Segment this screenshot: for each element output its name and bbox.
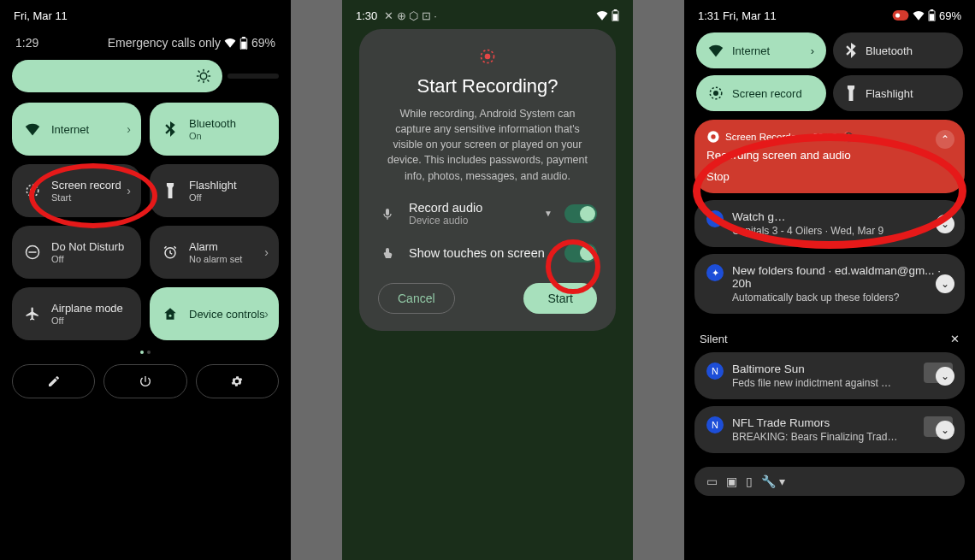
- status-right: Emergency calls only 69%: [108, 36, 275, 50]
- quick-settings-tiles: Internet › BluetoothOn Screen recordStar…: [0, 103, 291, 340]
- phone-2-record-dialog: Play StoreGmailPhotosYouTube 1:30 ✕ ⊕ ⬡ …: [342, 0, 633, 560]
- tile-subtitle: Off: [51, 254, 129, 264]
- record-icon: [378, 48, 597, 65]
- mic-icon: [378, 207, 397, 221]
- notification-title: New folders found · ed.waldman@gm... · 2…: [732, 264, 953, 290]
- tile-flashlight[interactable]: Flashlight: [833, 75, 963, 111]
- quick-settings-footer: [0, 359, 291, 404]
- silent-label: Silent: [700, 333, 728, 345]
- tile-subtitle: Off: [51, 315, 129, 326]
- svg-rect-41: [931, 9, 934, 11]
- quick-settings-tiles: Internet › Bluetooth Screen record Flash…: [684, 27, 975, 120]
- tile-title: Internet: [732, 44, 802, 57]
- expand-icon[interactable]: ⌄: [936, 274, 954, 293]
- notification-title: Watch g…: [732, 210, 953, 223]
- svg-rect-38: [893, 10, 909, 21]
- flashlight-icon: [845, 85, 857, 101]
- notification-body: Capitals 3 - 4 Oilers · Wed, Mar 9: [732, 225, 953, 237]
- battery-percent: 69%: [251, 36, 275, 50]
- status-time-date: 1:31 Fri, Mar 11: [698, 9, 777, 22]
- phone-3-notification-shade: 1:31 Fri, Mar 11 69% Internet › Bluetoot…: [684, 0, 975, 560]
- tile-do-not-disturb[interactable]: Do Not DisturbOff: [12, 226, 141, 279]
- screen-recorder-notification[interactable]: Screen Recorder · 00:08 🔕 Recording scre…: [694, 120, 965, 193]
- notification-title: Recording screen and audio: [706, 149, 953, 162]
- svg-point-39: [895, 13, 900, 17]
- network-status: Emergency calls only: [108, 36, 221, 50]
- screenshot-icon[interactable]: ▣: [726, 475, 737, 488]
- quick-actions-footer[interactable]: ▭ ▣ ▯ 🔧 ▾: [694, 467, 965, 496]
- show-touches-row[interactable]: Show touches on screen: [378, 244, 597, 262]
- notification-area: Screen Recorder · 00:08 🔕 Recording scre…: [684, 120, 975, 496]
- tile-bluetooth[interactable]: Bluetooth: [833, 32, 963, 68]
- tile-airplane-mode[interactable]: Airplane modeOff: [12, 287, 141, 340]
- tile-title: Flashlight: [189, 179, 267, 192]
- chevron-right-icon: ›: [127, 184, 131, 197]
- power-button[interactable]: [103, 364, 186, 398]
- notification-title: Baltimore Sun: [732, 363, 915, 375]
- tile-screen-record[interactable]: Screen record: [696, 75, 826, 111]
- tools-icon[interactable]: 🔧 ▾: [761, 475, 785, 488]
- notification-body: Feds file new indictment against …: [732, 377, 915, 389]
- row-subtitle: Device audio: [409, 215, 532, 227]
- wifi-icon: [913, 10, 925, 21]
- wifi-icon: [24, 121, 41, 138]
- record-audio-row[interactable]: Record audio Device audio ▼: [378, 201, 597, 227]
- toggle-show-touches[interactable]: [564, 244, 597, 262]
- silent-notification[interactable]: N NFL Trade Rumors BREAKING: Bears Final…: [694, 406, 965, 453]
- edit-button[interactable]: [12, 364, 95, 398]
- collapse-icon[interactable]: ⌃: [936, 130, 954, 149]
- tile-device-controls[interactable]: Device controls ›: [150, 287, 279, 340]
- tile-flashlight[interactable]: FlashlightOff: [150, 164, 279, 217]
- close-silent-icon[interactable]: ✕: [950, 333, 960, 345]
- tile-screen-record[interactable]: Screen recordStart ›: [12, 164, 141, 217]
- svg-point-13: [30, 188, 35, 193]
- history-icon[interactable]: ▭: [706, 475, 718, 488]
- dropdown-icon[interactable]: ▼: [544, 209, 552, 218]
- svg-point-3: [200, 73, 207, 80]
- status-bar: 1:31 Fri, Mar 11 69%: [684, 0, 975, 27]
- chevron-right-icon: ›: [264, 245, 269, 259]
- bluetooth-icon: [162, 121, 179, 138]
- svg-line-10: [208, 71, 209, 72]
- tile-title: Device controls: [189, 308, 267, 321]
- tile-alarm[interactable]: AlarmNo alarm set ›: [150, 226, 279, 279]
- wifi-icon: [224, 38, 236, 48]
- settings-button[interactable]: [196, 364, 279, 398]
- tile-subtitle: On: [189, 131, 267, 141]
- silent-notification[interactable]: N Baltimore Sun Feds file new indictment…: [694, 352, 965, 399]
- start-button[interactable]: Start: [523, 283, 597, 314]
- chevron-right-icon: ›: [127, 122, 131, 136]
- tile-title: Alarm: [189, 240, 267, 253]
- tile-internet[interactable]: Internet ›: [12, 103, 141, 156]
- stop-action[interactable]: Stop: [706, 170, 953, 183]
- notification-time: 00:08: [812, 132, 837, 142]
- airplane-icon: [24, 305, 41, 322]
- expand-icon[interactable]: ⌄: [936, 215, 954, 233]
- tile-subtitle: No alarm set: [189, 254, 267, 264]
- bluetooth-icon: [845, 43, 857, 58]
- tile-internet[interactable]: Internet ›: [696, 32, 826, 68]
- tile-title: Screen record: [732, 87, 814, 100]
- dialog-title: Start Recording?: [378, 75, 597, 97]
- tile-bluetooth[interactable]: BluetoothOn: [150, 103, 279, 156]
- row-title: Show touches on screen: [409, 246, 552, 260]
- chevron-right-icon: ›: [264, 307, 269, 321]
- notification[interactable]: ✦ New folders found · ed.waldman@gm... ·…: [694, 254, 965, 314]
- toggle-record-audio[interactable]: [564, 204, 597, 223]
- brightness-slider[interactable]: [0, 60, 291, 103]
- expand-icon[interactable]: ⌄: [936, 367, 954, 386]
- touch-icon: [378, 246, 397, 260]
- battery-icon: [928, 9, 936, 21]
- tile-title: Airplane mode: [51, 302, 129, 315]
- sub-status-bar: 1:29 Emergency calls only 69%: [0, 27, 291, 60]
- svg-rect-2: [241, 41, 246, 48]
- recording-indicator-icon: [892, 10, 909, 21]
- dialog-overlay: Start Recording? While recording, Androi…: [342, 0, 633, 560]
- expand-icon[interactable]: ⌄: [936, 421, 954, 439]
- split-icon[interactable]: ▯: [746, 475, 753, 488]
- status-bar: Fri, Mar 11: [0, 0, 291, 27]
- battery-percent: 69%: [939, 9, 961, 22]
- cancel-button[interactable]: Cancel: [378, 283, 455, 314]
- device-controls-icon: [162, 305, 179, 322]
- notification[interactable]: ✦ Watch g… Capitals 3 - 4 Oilers · Wed, …: [694, 200, 965, 247]
